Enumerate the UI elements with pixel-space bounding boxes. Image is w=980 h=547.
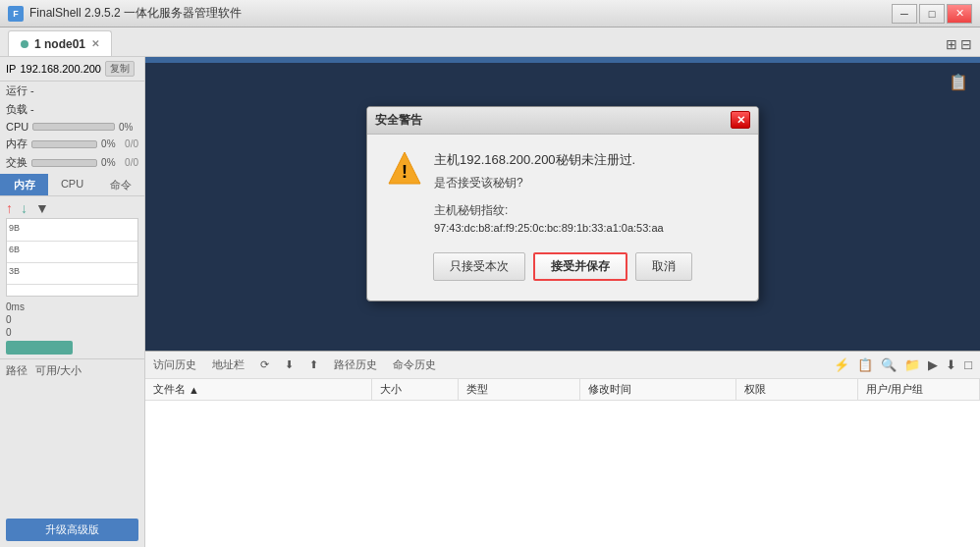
- split-view-icon[interactable]: ⊟: [960, 36, 972, 52]
- swap-bar: [31, 159, 97, 167]
- clipboard-icon[interactable]: 📋: [857, 357, 873, 372]
- dialog-body: ! 主机192.168.200.200秘钥未注册过. 是否接受该秘钥? 主机秘钥…: [367, 135, 758, 301]
- running-label: 运行 -: [6, 83, 34, 98]
- col-size-label: 大小: [380, 382, 402, 397]
- tab-status-dot: [21, 40, 28, 48]
- visit-history-button[interactable]: 访问历史: [153, 357, 196, 372]
- col-sort-icon: ▲: [189, 384, 199, 396]
- chart-arrows: ↑ ↓ ▼: [6, 200, 138, 216]
- file-manager: 访问历史 地址栏 ⟳ ⬇ ⬆ 路径历史 命令历史: [145, 351, 980, 547]
- window-icon[interactable]: □: [964, 357, 972, 372]
- path-history-button[interactable]: 路径历史: [334, 357, 377, 372]
- tab-close-icon[interactable]: ✕: [91, 38, 99, 49]
- col-owner-label: 用户/用户组: [866, 382, 923, 397]
- dialog-buttons: 只接受本次 接受并保存 取消: [387, 252, 738, 285]
- command-history-label: 命令历史: [393, 357, 436, 372]
- cancel-button[interactable]: 取消: [635, 252, 692, 281]
- minimize-button[interactable]: ─: [892, 4, 917, 24]
- chart-line-3: [7, 284, 137, 285]
- copy-ip-button[interactable]: 复制: [105, 61, 135, 77]
- download-icon[interactable]: ⬇: [285, 358, 294, 371]
- col-header-name[interactable]: 文件名 ▲: [145, 379, 372, 400]
- accept-save-button[interactable]: 接受并保存: [533, 252, 627, 281]
- chart-line-2: [7, 262, 137, 263]
- col-header-modified[interactable]: 修改时间: [580, 379, 736, 400]
- refresh-icon[interactable]: ⟳: [260, 358, 269, 371]
- tab-grid-buttons: ⊞ ⊟: [946, 36, 972, 52]
- dialog-message: 主机192.168.200.200秘钥未注册过. 是否接受该秘钥? 主机秘钥指纹…: [434, 150, 664, 238]
- main-layout: IP 192.168.200.200 复制 运行 - 负载 - CPU 0% 内…: [0, 57, 980, 547]
- upload-icon[interactable]: ⬆: [309, 358, 318, 371]
- swap-stat-row: 交换 0% 0/0: [0, 153, 144, 172]
- tab-bar: 1 node01 ✕ ⊞ ⊟: [0, 27, 980, 57]
- address-bar-label: 地址栏: [212, 357, 245, 372]
- stat-bar-indicator: [6, 341, 73, 355]
- grid-view-icon[interactable]: ⊞: [946, 36, 957, 52]
- app-title: FinalShell 2.9.5.2 一体化服务器管理软件: [29, 5, 892, 22]
- tab-node01[interactable]: 1 node01 ✕: [8, 30, 112, 56]
- dialog-title-bar: 安全警告 ✕: [367, 107, 758, 135]
- chart-label-9b: 9B: [9, 223, 20, 233]
- fm-column-headers: 文件名 ▲ 大小 类型 修改时间 权限 用户/用户组: [145, 379, 980, 401]
- col-modified-label: 修改时间: [588, 382, 631, 397]
- tab-label: 1 node01: [34, 37, 85, 51]
- svg-text:!: !: [402, 162, 408, 182]
- upgrade-button[interactable]: 升级高级版: [6, 519, 138, 541]
- col-name-label: 文件名: [153, 382, 186, 397]
- col-header-owner[interactable]: 用户/用户组: [858, 379, 980, 400]
- stat-line-0-2: 0: [6, 326, 138, 339]
- mem-extra: 0/0: [125, 138, 138, 149]
- col-perm-label: 权限: [744, 382, 766, 397]
- swap-label: 交换: [6, 155, 27, 170]
- col-header-permissions[interactable]: 权限: [736, 379, 858, 400]
- lightning-icon[interactable]: ⚡: [834, 357, 849, 372]
- arrow-down-icon: ↓: [21, 200, 27, 216]
- dialog-main-message: 主机192.168.200.200秘钥未注册过.: [434, 150, 664, 171]
- sidebar: IP 192.168.200.200 复制 运行 - 负载 - CPU 0% 内…: [0, 57, 145, 547]
- fm-body[interactable]: [145, 401, 980, 547]
- available-label: 可用/大小: [35, 363, 82, 378]
- search-icon[interactable]: 🔍: [881, 357, 897, 372]
- cpu-bar: [32, 123, 115, 131]
- ip-label: IP: [6, 63, 16, 75]
- fm-toolbar-right: ⚡ 📋 🔍 📁 ▶ ⬇ □: [834, 357, 972, 372]
- mem-value: 0%: [101, 138, 121, 149]
- stat-line-0-1: 0: [6, 313, 138, 326]
- warning-icon: !: [387, 150, 422, 186]
- dialog-title: 安全警告: [375, 112, 731, 129]
- stats-below: 0ms 0 0: [6, 301, 138, 355]
- load-label: 负载 -: [6, 102, 34, 117]
- ip-row: IP 192.168.200.200 复制: [0, 57, 144, 82]
- mem-label: 内存: [6, 137, 27, 151]
- maximize-button[interactable]: □: [919, 4, 945, 24]
- window-controls: ─ □ ✕: [892, 4, 972, 24]
- accept-once-button[interactable]: 只接受本次: [433, 252, 525, 281]
- chart-label-3b: 3B: [9, 266, 20, 276]
- col-header-size[interactable]: 大小: [372, 379, 459, 400]
- stat-line-0ms: 0ms: [6, 301, 138, 313]
- col-header-type[interactable]: 类型: [459, 379, 580, 400]
- path-row: 路径 可用/大小: [0, 358, 144, 382]
- chart-grid: 9B 6B 3B: [6, 218, 138, 297]
- command-history-button[interactable]: 命令历史: [393, 357, 436, 372]
- dialog-close-button[interactable]: ✕: [731, 111, 750, 129]
- sidebar-tab-memory[interactable]: 内存: [0, 174, 48, 195]
- close-button[interactable]: ✕: [947, 4, 972, 24]
- mem-stat-row: 内存 0% 0/0: [0, 135, 144, 153]
- chart-area: ↑ ↓ ▼ 9B 6B 3B 0ms 0 0: [0, 196, 144, 358]
- path-history-label: 路径历史: [334, 357, 377, 372]
- play-icon[interactable]: ▶: [928, 357, 938, 372]
- title-bar: F FinalShell 2.9.5.2 一体化服务器管理软件 ─ □ ✕: [0, 0, 980, 27]
- address-bar-button[interactable]: 地址栏: [212, 357, 245, 372]
- sidebar-tab-cpu[interactable]: CPU: [48, 174, 96, 195]
- load-row: 负载 -: [0, 100, 144, 119]
- running-row: 运行 -: [0, 82, 144, 100]
- fm-download-icon[interactable]: ⬇: [946, 357, 956, 372]
- terminal-area[interactable]: 📋 安全警告 ✕ !: [145, 57, 980, 351]
- visit-history-label: 访问历史: [153, 357, 196, 372]
- fm-toolbar: 访问历史 地址栏 ⟳ ⬇ ⬆ 路径历史 命令历史: [145, 352, 980, 379]
- folder-icon[interactable]: 📁: [904, 357, 920, 372]
- security-dialog: 安全警告 ✕ ! 主机192.168.200.200秘钥未注册过.: [366, 106, 759, 302]
- arrow-dropdown-icon[interactable]: ▼: [35, 200, 49, 216]
- sidebar-tab-command[interactable]: 命令: [96, 174, 144, 195]
